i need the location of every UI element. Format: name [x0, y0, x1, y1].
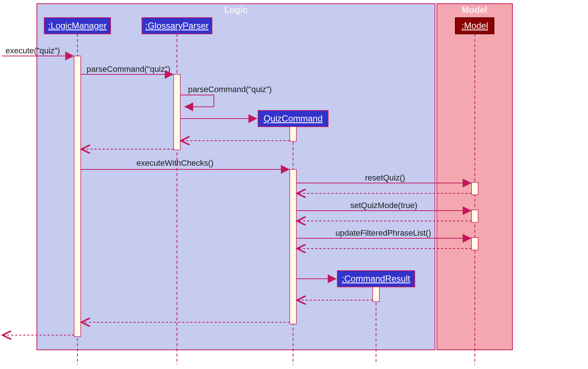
logic-manager-activation [74, 56, 81, 337]
model-activation-2 [472, 210, 478, 222]
parsecommand2-msg: parseCommand("quiz") [188, 85, 272, 94]
updatefiltered-msg: updateFilteredPhraseList() [335, 228, 431, 238]
model-activation-1 [472, 182, 478, 195]
model-label: :Model [462, 21, 488, 31]
model-activation-3 [472, 238, 478, 250]
sequence-diagram: Logic Model :LogicManager :GlossaryParse… [0, 0, 588, 369]
logic-manager-object: :LogicManager [44, 18, 111, 34]
model-object: :Model [455, 18, 494, 34]
glossary-parser-activation [174, 74, 180, 150]
command-result-activation [373, 287, 379, 302]
glossary-parser-object: :GlossaryParser [142, 18, 212, 34]
command-result-label: :CommandResult [342, 274, 410, 284]
parsecommand1-msg: parseCommand("quiz") [87, 64, 170, 74]
resetquiz-msg: resetQuiz() [365, 173, 405, 182]
quiz-command-activation-2 [290, 169, 296, 324]
glossary-parser-label: :GlossaryParser [145, 21, 209, 31]
model-frame-label: Model [462, 5, 487, 15]
quiz-command-object: QuizCommand [258, 110, 328, 127]
execute-msg: execute("quiz") [6, 46, 60, 55]
quiz-command-label: QuizCommand [264, 113, 323, 123]
quiz-command-activation-1 [290, 127, 296, 141]
logic-manager-label: :LogicManager [48, 21, 107, 31]
command-result-object: :CommandResult [337, 271, 415, 287]
logic-frame-label: Logic [224, 5, 248, 15]
setquizmode-msg: setQuizMode(true) [350, 201, 417, 210]
executewithchecks-msg: executeWithChecks() [136, 158, 213, 168]
